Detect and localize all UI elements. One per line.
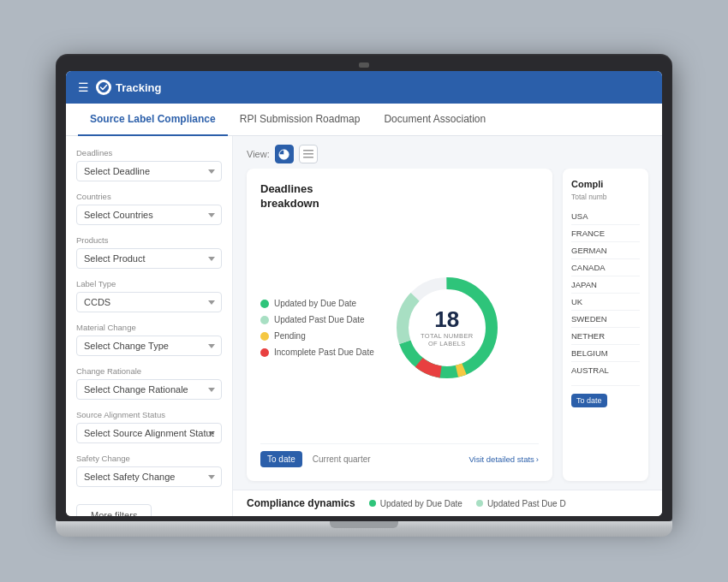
filter-group-countries: CountriesSelect Countries: [76, 192, 222, 225]
filter-label: Deadlines: [76, 148, 222, 157]
compliance-row: FRANCE: [571, 225, 640, 242]
cards-row: Deadlinesbreakdown Updated by Due Date: [233, 169, 662, 490]
compliance-card-title: Compli: [571, 179, 640, 189]
tab-to-date[interactable]: To date: [260, 451, 302, 467]
view-toggle: View:: [233, 136, 662, 169]
filter-group-material-change: Material ChangeSelect Change Type: [76, 323, 222, 356]
tabs-bar: Source Label Compliance RPI Submission R…: [66, 104, 662, 136]
compliance-card: Compli Total numb USAFRANCEGERMANCANADAJ…: [563, 169, 648, 481]
filter-group-change-rationale: Change RationaleSelect Change Rationale: [76, 366, 222, 400]
legend-dot-past-due: [260, 316, 269, 324]
tab-document-association[interactable]: Document Association: [372, 104, 498, 136]
filter-group-safety-change: Safety ChangeSelect Safety Change: [76, 454, 222, 487]
tracking-logo-icon: [96, 80, 111, 95]
legend-item-updated: Updated by Due Date: [260, 299, 374, 308]
visit-stats-link[interactable]: Visit detailed stats ›: [468, 454, 539, 464]
donut-sub-label: TOTAL NUMBER OF LABELS: [419, 332, 474, 347]
legend-dot-pending: [260, 332, 269, 341]
compliance-row: NETHER: [571, 328, 640, 345]
legend-item-pending: Pending: [260, 331, 374, 341]
filter-label: Countries: [76, 192, 222, 201]
filter-select-deadlines[interactable]: Select Deadline: [76, 161, 222, 181]
hamburger-icon[interactable]: ☰: [78, 80, 89, 94]
sidebar: DeadlinesSelect DeadlineCountriesSelect …: [66, 136, 233, 516]
tab-current-quarter[interactable]: Current quarter: [306, 451, 378, 467]
donut-center: 18 TOTAL NUMBER OF LABELS: [419, 308, 474, 347]
compliance-row: USA: [571, 208, 640, 225]
legend-dot-updated: [260, 300, 269, 308]
compliance-row: JAPAN: [571, 276, 640, 294]
view-label: View:: [247, 149, 270, 159]
dynamics-title: Compliance dynamics: [247, 497, 355, 509]
compliance-countries-list: USAFRANCEGERMANCANADAJAPANUKSWEDENNETHER…: [571, 208, 640, 378]
legend-item-past-due: Updated Past Due Date: [260, 315, 374, 324]
deadlines-card-title: Deadlinesbreakdown: [260, 182, 539, 211]
app-title: Tracking: [116, 81, 161, 94]
filter-select-products[interactable]: Select Product: [76, 248, 222, 269]
donut-total-number: 18: [419, 308, 474, 330]
compliance-row: UK: [571, 294, 640, 311]
compliance-row: CANADA: [571, 259, 640, 276]
legend-dot-incomplete: [260, 348, 269, 357]
donut-chart: 18 TOTAL NUMBER OF LABELS: [391, 272, 503, 383]
deadlines-card: Deadlinesbreakdown Updated by Due Date: [247, 169, 552, 481]
compliance-tab-to-date[interactable]: To date: [571, 394, 607, 407]
filter-label: Safety Change: [76, 454, 222, 463]
main-content: View:: [233, 136, 662, 516]
compliance-card-sub: Total numb: [571, 193, 640, 201]
more-filters-button[interactable]: More filters: [76, 504, 152, 516]
filter-select-safety-change[interactable]: Select Safety Change: [76, 466, 222, 487]
filter-select-countries[interactable]: Select Countries: [76, 205, 222, 225]
laptop-base: [56, 521, 672, 537]
chart-legend: Updated by Due Date Updated Past Due Dat…: [260, 299, 374, 357]
compliance-row: GERMAN: [571, 242, 640, 259]
filter-select-label-type[interactable]: CCDS: [76, 292, 222, 312]
dyn-dot-2: [476, 500, 483, 507]
header-logo: Tracking: [96, 80, 161, 95]
dynamics-legend-2: Updated Past Due D: [476, 499, 566, 508]
filter-label: Products: [76, 235, 222, 245]
dynamics-legend-1: Updated by Due Date: [369, 499, 462, 508]
filter-group-products: ProductsSelect Product: [76, 235, 222, 269]
filter-select-source-alignment-status[interactable]: Select Source Alignment Status: [76, 423, 222, 443]
filter-select-change-rationale[interactable]: Select Change Rationale: [76, 379, 222, 400]
legend-item-incomplete: Incomplete Past Due Date: [260, 347, 374, 357]
svg-rect-2: [303, 150, 313, 151]
svg-rect-3: [303, 153, 313, 155]
compliance-row: BELGIUM: [571, 345, 640, 362]
svg-rect-4: [303, 157, 313, 158]
dyn-dot-1: [369, 500, 376, 507]
filter-label: Label Type: [76, 279, 222, 288]
filter-group-deadlines: DeadlinesSelect Deadline: [76, 148, 222, 181]
filter-label: Change Rationale: [76, 366, 222, 376]
dynamics-bar: Compliance dynamics Updated by Due Date …: [233, 490, 662, 516]
filter-group-source-alignment-status: Source Alignment StatusSelect Source Ali…: [76, 410, 222, 443]
view-list-button[interactable]: [299, 145, 318, 163]
filter-select-material-change[interactable]: Select Change Type: [76, 336, 222, 356]
filter-label: Material Change: [76, 323, 222, 332]
app-header: ☰ Tracking: [66, 71, 662, 104]
filter-label: Source Alignment Status: [76, 410, 222, 419]
chart-area: Updated by Due Date Updated Past Due Dat…: [260, 222, 539, 435]
tab-rpi-submission-roadmap[interactable]: RPI Submission Roadmap: [228, 104, 373, 136]
tab-source-label-compliance[interactable]: Source Label Compliance: [78, 104, 228, 136]
view-pie-button[interactable]: [275, 145, 294, 163]
filter-group-label-type: Label TypeCCDS: [76, 279, 222, 312]
compliance-row: AUSTRAL: [571, 362, 640, 378]
compliance-row: SWEDEN: [571, 311, 640, 328]
card-tabs: To date Current quarter Visit detailed s…: [260, 443, 539, 467]
